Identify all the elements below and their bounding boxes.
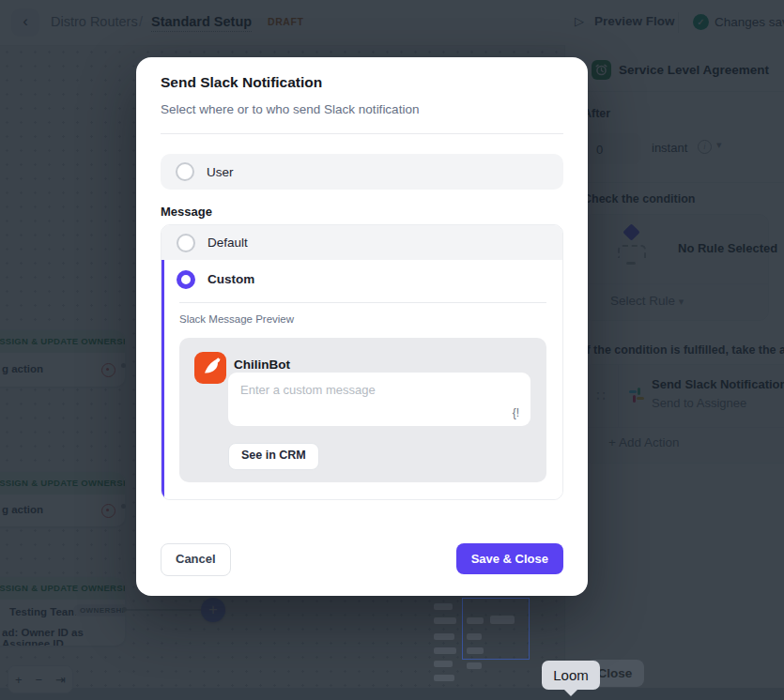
- custom-message-box: {!: [228, 373, 530, 426]
- recipient-option-user[interactable]: User: [161, 154, 563, 190]
- radio-checked-icon[interactable]: [177, 270, 195, 289]
- user-option-label: User: [207, 165, 234, 179]
- highlight-rectangle: [462, 598, 530, 660]
- custom-message-section: Custom Slack Message Preview ChilinBot {…: [161, 260, 562, 499]
- skeleton-bar: [434, 675, 454, 681]
- message-option-custom[interactable]: Custom: [164, 260, 562, 298]
- loom-tooltip: Loom: [542, 661, 600, 690]
- skeleton-bar: [434, 617, 456, 624]
- see-in-crm-button[interactable]: See in CRM: [228, 443, 319, 470]
- slack-preview-label: Slack Message Preview: [179, 313, 294, 325]
- message-section-label: Message: [161, 205, 212, 219]
- radio-unchecked-icon[interactable]: [176, 162, 194, 181]
- radio-unchecked-icon[interactable]: [177, 234, 195, 252]
- message-options-container: Default Custom Slack Message Preview Chi…: [161, 224, 563, 500]
- bot-name: ChilinBot: [234, 358, 290, 372]
- skeleton-bar: [434, 633, 454, 640]
- modal-title: Send Slack Notification: [161, 74, 322, 91]
- skeleton-bar: [434, 603, 453, 610]
- modal-subtitle: Select where or to who send Slack notifi…: [161, 102, 419, 116]
- save-and-close-button[interactable]: Save & Close: [456, 543, 563, 574]
- slack-message-preview: ChilinBot {! See in CRM: [179, 338, 546, 482]
- divider: [161, 133, 563, 134]
- custom-message-input[interactable]: [228, 373, 530, 426]
- default-option-label: Default: [208, 236, 248, 250]
- skeleton-bar: [434, 661, 453, 667]
- send-slack-notification-modal: Send Slack Notification Select where or …: [136, 57, 588, 596]
- message-option-default[interactable]: Default: [161, 225, 562, 260]
- divider: [179, 302, 546, 303]
- chilinbot-avatar: [194, 352, 226, 384]
- skeleton-bar: [434, 647, 456, 654]
- custom-option-label: Custom: [208, 272, 254, 286]
- skeleton-bar: [467, 662, 482, 669]
- insert-variable-icon[interactable]: {!: [513, 406, 519, 419]
- cancel-button[interactable]: Cancel: [161, 543, 231, 576]
